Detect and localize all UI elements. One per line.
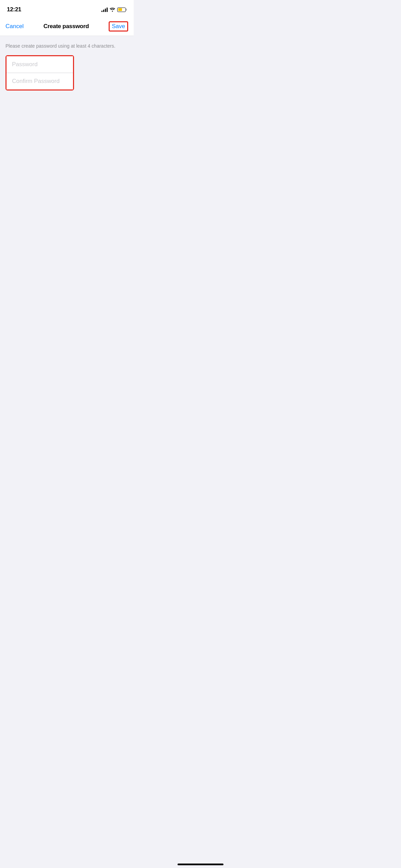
signal-icon — [101, 7, 108, 12]
confirm-password-input[interactable] — [12, 78, 68, 85]
status-time: 12:21 — [7, 6, 21, 13]
password-form-fields — [5, 55, 74, 91]
password-field-container — [7, 56, 73, 73]
content-area: Please create password using at least 4 … — [0, 36, 134, 91]
status-bar: 12:21 — [0, 0, 134, 17]
save-button[interactable]: Save — [112, 23, 125, 30]
navigation-bar: Cancel Create password Save — [0, 17, 134, 36]
page-title: Create password — [44, 23, 89, 30]
save-button-wrapper: Save — [109, 21, 128, 32]
status-icons — [101, 7, 127, 13]
wifi-icon — [110, 7, 115, 13]
confirm-password-field-container — [7, 73, 73, 89]
cancel-button[interactable]: Cancel — [5, 23, 24, 30]
hint-text: Please create password using at least 4 … — [5, 43, 128, 50]
password-input[interactable] — [12, 61, 68, 68]
battery-icon — [117, 8, 127, 12]
